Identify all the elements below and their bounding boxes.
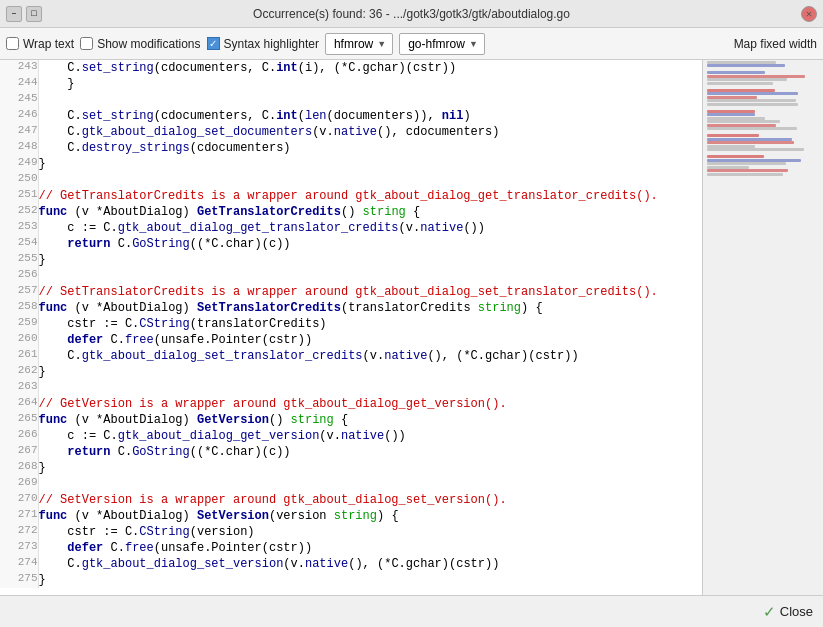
minimap-line (707, 78, 787, 81)
minimap-line (707, 120, 780, 123)
close-label: Close (780, 604, 813, 619)
code-line: } (38, 76, 702, 92)
line-number: 265 (0, 412, 38, 428)
table-row: 266 c := C.gtk_about_dialog_get_version(… (0, 428, 702, 444)
code-line: C.set_string(cdocumenters, C.int(len(doc… (38, 108, 702, 124)
table-row: 273 defer C.free(unsafe.Pointer(cstr)) (0, 540, 702, 556)
window-left-controls: – □ (6, 6, 42, 22)
code-tbody: 243 C.set_string(cdocumenters, C.int(i),… (0, 60, 702, 588)
code-line: } (38, 364, 702, 380)
minimize-button[interactable]: – (6, 6, 22, 22)
code-line: C.destroy_strings(cdocumenters) (38, 140, 702, 156)
minimap-line (707, 64, 785, 67)
minimap (703, 60, 823, 595)
code-line: // SetTranslatorCredits is a wrapper aro… (38, 284, 702, 300)
code-line: C.gtk_about_dialog_set_version(v.native(… (38, 556, 702, 572)
table-row: 257// SetTranslatorCredits is a wrapper … (0, 284, 702, 300)
table-row: 258func (v *AboutDialog) SetTranslatorCr… (0, 300, 702, 316)
line-number: 263 (0, 380, 38, 396)
line-number: 272 (0, 524, 38, 540)
code-line: func (v *AboutDialog) GetVersion() strin… (38, 412, 702, 428)
wrap-text-checkbox[interactable] (6, 37, 19, 50)
code-line: C.set_string(cdocumenters, C.int(i), (*C… (38, 60, 702, 76)
table-row: 256 (0, 268, 702, 284)
table-row: 267 return C.GoString((*C.char)(c)) (0, 444, 702, 460)
table-row: 253 c := C.gtk_about_dialog_get_translat… (0, 220, 702, 236)
show-modifications-checkbox[interactable] (80, 37, 93, 50)
line-number: 255 (0, 252, 38, 268)
window-title: Occurrence(s) found: 36 - .../gotk3/gotk… (253, 7, 570, 21)
code-line (38, 380, 702, 396)
wrap-text-item: Wrap text (6, 37, 74, 51)
lang-selector-1-arrow: ▼ (377, 39, 386, 49)
line-number: 252 (0, 204, 38, 220)
bottom-bar: ✓ Close (0, 595, 823, 627)
code-line: C.gtk_about_dialog_set_documenters(v.nat… (38, 124, 702, 140)
code-line: cstr := C.CString(version) (38, 524, 702, 540)
table-row: 268} (0, 460, 702, 476)
table-row: 244 } (0, 76, 702, 92)
table-row: 255} (0, 252, 702, 268)
table-row: 261 C.gtk_about_dialog_set_translator_cr… (0, 348, 702, 364)
code-table: 243 C.set_string(cdocumenters, C.int(i),… (0, 60, 702, 588)
minimap-line (707, 106, 819, 109)
syntax-highlighter-checkbox[interactable]: ✓ (207, 37, 220, 50)
main-content: 243 C.set_string(cdocumenters, C.int(i),… (0, 60, 823, 595)
window-close-button[interactable]: ✕ (801, 6, 817, 22)
code-line: } (38, 156, 702, 172)
line-number: 248 (0, 140, 38, 156)
line-number: 266 (0, 428, 38, 444)
line-number: 254 (0, 236, 38, 252)
table-row: 265func (v *AboutDialog) GetVersion() st… (0, 412, 702, 428)
title-bar: – □ Occurrence(s) found: 36 - .../gotk3/… (0, 0, 823, 28)
close-button[interactable]: ✓ Close (763, 603, 813, 621)
line-number: 271 (0, 508, 38, 524)
minimap-line (707, 162, 786, 165)
syntax-highlighter-item: ✓ Syntax highlighter (207, 37, 319, 51)
code-line: defer C.free(unsafe.Pointer(cstr)) (38, 540, 702, 556)
lang-selector-2-value: go-hfmrow (408, 37, 465, 51)
code-line: } (38, 252, 702, 268)
code-line: // SetVersion is a wrapper around gtk_ab… (38, 492, 702, 508)
line-number: 270 (0, 492, 38, 508)
line-number: 264 (0, 396, 38, 412)
code-line: func (v *AboutDialog) SetVersion(version… (38, 508, 702, 524)
line-number: 249 (0, 156, 38, 172)
close-check-icon: ✓ (763, 603, 776, 621)
code-line (38, 172, 702, 188)
lang-selector-2[interactable]: go-hfmrow ▼ (399, 33, 485, 55)
minimap-line (707, 99, 796, 102)
code-line: c := C.gtk_about_dialog_get_translator_c… (38, 220, 702, 236)
code-line (38, 268, 702, 284)
code-line: // GetVersion is a wrapper around gtk_ab… (38, 396, 702, 412)
table-row: 252func (v *AboutDialog) GetTranslatorCr… (0, 204, 702, 220)
line-number: 250 (0, 172, 38, 188)
show-modifications-item: Show modifications (80, 37, 200, 51)
code-area[interactable]: 243 C.set_string(cdocumenters, C.int(i),… (0, 60, 703, 595)
table-row: 259 cstr := C.CString(translatorCredits) (0, 316, 702, 332)
line-number: 257 (0, 284, 38, 300)
line-number: 251 (0, 188, 38, 204)
line-number: 260 (0, 332, 38, 348)
window-right-controls: ✕ (801, 6, 817, 22)
table-row: 264// GetVersion is a wrapper around gtk… (0, 396, 702, 412)
minimap-line (707, 155, 764, 158)
line-number: 261 (0, 348, 38, 364)
table-row: 269 (0, 476, 702, 492)
minimap-line (707, 141, 794, 144)
line-number: 273 (0, 540, 38, 556)
table-row: 254 return C.GoString((*C.char)(c)) (0, 236, 702, 252)
minimap-line (707, 169, 788, 172)
lang-selector-1-value: hfmrow (334, 37, 373, 51)
minimap-line (707, 71, 765, 74)
code-line: return C.GoString((*C.char)(c)) (38, 444, 702, 460)
table-row: 262} (0, 364, 702, 380)
code-line: C.gtk_about_dialog_set_translator_credit… (38, 348, 702, 364)
maximize-button[interactable]: □ (26, 6, 42, 22)
code-line (38, 476, 702, 492)
table-row: 270// SetVersion is a wrapper around gtk… (0, 492, 702, 508)
code-line: c := C.gtk_about_dialog_get_version(v.na… (38, 428, 702, 444)
line-number: 258 (0, 300, 38, 316)
lang-selector-1[interactable]: hfmrow ▼ (325, 33, 393, 55)
minimap-line (707, 134, 759, 137)
